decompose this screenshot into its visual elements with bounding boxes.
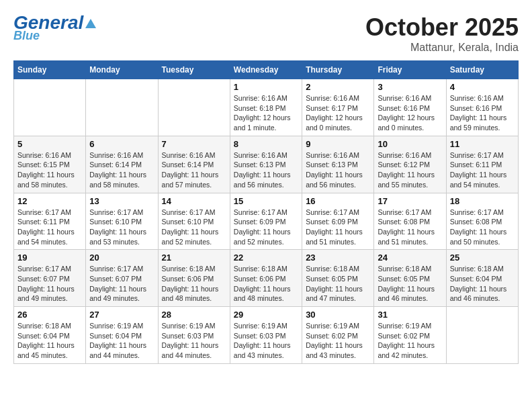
day-number: 16	[306, 196, 370, 206]
day-number: 19	[17, 253, 82, 263]
weekday-header-tuesday: Tuesday	[158, 61, 230, 79]
day-number: 29	[234, 310, 298, 320]
day-number: 21	[162, 253, 226, 263]
day-info: Sunrise: 6:16 AM Sunset: 6:18 PM Dayligh…	[234, 93, 298, 133]
weekday-header-monday: Monday	[86, 61, 158, 79]
day-info: Sunrise: 6:17 AM Sunset: 6:08 PM Dayligh…	[378, 208, 442, 247]
weekday-header-thursday: Thursday	[302, 61, 374, 79]
day-info: Sunrise: 6:19 AM Sunset: 6:02 PM Dayligh…	[378, 321, 442, 361]
day-info: Sunrise: 6:19 AM Sunset: 6:04 PM Dayligh…	[89, 321, 154, 361]
day-info: Sunrise: 6:18 AM Sunset: 6:05 PM Dayligh…	[378, 264, 442, 304]
day-info: Sunrise: 6:16 AM Sunset: 6:13 PM Dayligh…	[306, 150, 370, 190]
calendar-cell: 20Sunrise: 6:17 AM Sunset: 6:07 PM Dayli…	[86, 250, 158, 307]
calendar-cell: 26Sunrise: 6:18 AM Sunset: 6:04 PM Dayli…	[14, 307, 86, 364]
calendar-cell: 29Sunrise: 6:19 AM Sunset: 6:03 PM Dayli…	[230, 307, 302, 364]
day-info: Sunrise: 6:16 AM Sunset: 6:13 PM Dayligh…	[234, 150, 298, 190]
day-number: 11	[450, 139, 515, 149]
day-info: Sunrise: 6:17 AM Sunset: 6:09 PM Dayligh…	[306, 208, 370, 247]
day-number: 18	[450, 196, 515, 206]
page-header: General Blue October 2025 Mattanur, Kera…	[13, 13, 519, 54]
calendar-cell: 27Sunrise: 6:19 AM Sunset: 6:04 PM Dayli…	[86, 307, 158, 364]
calendar-cell	[86, 79, 158, 136]
day-number: 20	[89, 253, 154, 263]
day-number: 15	[234, 196, 298, 206]
day-number: 9	[306, 139, 370, 149]
calendar-cell: 25Sunrise: 6:18 AM Sunset: 6:04 PM Dayli…	[446, 250, 518, 307]
day-info: Sunrise: 6:19 AM Sunset: 6:03 PM Dayligh…	[234, 321, 298, 361]
calendar-header-row: SundayMondayTuesdayWednesdayThursdayFrid…	[14, 61, 519, 79]
day-info: Sunrise: 6:19 AM Sunset: 6:02 PM Dayligh…	[306, 321, 370, 361]
calendar-cell: 15Sunrise: 6:17 AM Sunset: 6:09 PM Dayli…	[230, 193, 302, 250]
calendar-cell: 16Sunrise: 6:17 AM Sunset: 6:09 PM Dayli…	[302, 193, 374, 250]
day-info: Sunrise: 6:19 AM Sunset: 6:03 PM Dayligh…	[162, 321, 226, 361]
day-number: 4	[450, 82, 515, 92]
weekday-header-friday: Friday	[374, 61, 446, 79]
calendar-cell: 22Sunrise: 6:18 AM Sunset: 6:06 PM Dayli…	[230, 250, 302, 307]
title-block: October 2025 Mattanur, Kerala, India	[365, 13, 519, 54]
day-info: Sunrise: 6:16 AM Sunset: 6:16 PM Dayligh…	[378, 93, 442, 133]
calendar-cell: 5Sunrise: 6:16 AM Sunset: 6:15 PM Daylig…	[14, 136, 86, 193]
calendar-cell: 31Sunrise: 6:19 AM Sunset: 6:02 PM Dayli…	[374, 307, 446, 364]
day-number: 5	[17, 139, 82, 149]
logo-icon: General Blue	[13, 13, 96, 42]
calendar-cell	[158, 79, 230, 136]
calendar-cell: 30Sunrise: 6:19 AM Sunset: 6:02 PM Dayli…	[302, 307, 374, 364]
calendar-cell: 24Sunrise: 6:18 AM Sunset: 6:05 PM Dayli…	[374, 250, 446, 307]
calendar-cell: 11Sunrise: 6:17 AM Sunset: 6:11 PM Dayli…	[446, 136, 518, 193]
day-number: 26	[17, 310, 82, 320]
calendar-cell: 23Sunrise: 6:18 AM Sunset: 6:05 PM Dayli…	[302, 250, 374, 307]
calendar-cell: 14Sunrise: 6:17 AM Sunset: 6:10 PM Dayli…	[158, 193, 230, 250]
calendar-cell: 1Sunrise: 6:16 AM Sunset: 6:18 PM Daylig…	[230, 79, 302, 136]
day-number: 30	[306, 310, 370, 320]
day-info: Sunrise: 6:18 AM Sunset: 6:04 PM Dayligh…	[17, 321, 82, 361]
logo: General Blue	[13, 13, 96, 42]
day-info: Sunrise: 6:16 AM Sunset: 6:15 PM Dayligh…	[17, 150, 82, 190]
calendar-cell: 19Sunrise: 6:17 AM Sunset: 6:07 PM Dayli…	[14, 250, 86, 307]
day-number: 12	[17, 196, 82, 206]
weekday-header-saturday: Saturday	[446, 61, 518, 79]
day-info: Sunrise: 6:16 AM Sunset: 6:16 PM Dayligh…	[450, 93, 515, 133]
calendar-cell: 6Sunrise: 6:16 AM Sunset: 6:14 PM Daylig…	[86, 136, 158, 193]
day-info: Sunrise: 6:18 AM Sunset: 6:06 PM Dayligh…	[234, 264, 298, 304]
calendar-cell: 3Sunrise: 6:16 AM Sunset: 6:16 PM Daylig…	[374, 79, 446, 136]
day-number: 22	[234, 253, 298, 263]
day-number: 24	[378, 253, 442, 263]
calendar-week-row: 26Sunrise: 6:18 AM Sunset: 6:04 PM Dayli…	[14, 307, 519, 364]
calendar-week-row: 12Sunrise: 6:17 AM Sunset: 6:11 PM Dayli…	[14, 193, 519, 250]
calendar-cell: 9Sunrise: 6:16 AM Sunset: 6:13 PM Daylig…	[302, 136, 374, 193]
day-info: Sunrise: 6:17 AM Sunset: 6:11 PM Dayligh…	[17, 208, 82, 247]
day-info: Sunrise: 6:18 AM Sunset: 6:04 PM Dayligh…	[450, 264, 515, 304]
calendar-cell	[14, 79, 86, 136]
day-info: Sunrise: 6:18 AM Sunset: 6:06 PM Dayligh…	[162, 264, 226, 304]
calendar-cell: 7Sunrise: 6:16 AM Sunset: 6:14 PM Daylig…	[158, 136, 230, 193]
day-info: Sunrise: 6:16 AM Sunset: 6:14 PM Dayligh…	[89, 150, 154, 190]
day-info: Sunrise: 6:16 AM Sunset: 6:17 PM Dayligh…	[306, 93, 370, 133]
calendar-cell: 13Sunrise: 6:17 AM Sunset: 6:10 PM Dayli…	[86, 193, 158, 250]
day-number: 8	[234, 139, 298, 149]
day-number: 17	[378, 196, 442, 206]
day-info: Sunrise: 6:17 AM Sunset: 6:10 PM Dayligh…	[162, 208, 226, 247]
calendar-cell: 10Sunrise: 6:16 AM Sunset: 6:12 PM Dayli…	[374, 136, 446, 193]
calendar-cell: 2Sunrise: 6:16 AM Sunset: 6:17 PM Daylig…	[302, 79, 374, 136]
day-info: Sunrise: 6:16 AM Sunset: 6:12 PM Dayligh…	[378, 150, 442, 190]
calendar-cell	[446, 307, 518, 364]
day-number: 14	[162, 196, 226, 206]
day-number: 2	[306, 82, 370, 92]
day-info: Sunrise: 6:17 AM Sunset: 6:09 PM Dayligh…	[234, 208, 298, 247]
day-info: Sunrise: 6:17 AM Sunset: 6:07 PM Dayligh…	[17, 264, 82, 304]
calendar-cell: 18Sunrise: 6:17 AM Sunset: 6:08 PM Dayli…	[446, 193, 518, 250]
calendar-cell: 12Sunrise: 6:17 AM Sunset: 6:11 PM Dayli…	[14, 193, 86, 250]
calendar-week-row: 5Sunrise: 6:16 AM Sunset: 6:15 PM Daylig…	[14, 136, 519, 193]
weekday-header-sunday: Sunday	[14, 61, 86, 79]
day-number: 10	[378, 139, 442, 149]
day-number: 7	[162, 139, 226, 149]
day-info: Sunrise: 6:17 AM Sunset: 6:07 PM Dayligh…	[89, 264, 154, 304]
day-number: 31	[378, 310, 442, 320]
day-info: Sunrise: 6:17 AM Sunset: 6:08 PM Dayligh…	[450, 208, 515, 247]
calendar-cell: 28Sunrise: 6:19 AM Sunset: 6:03 PM Dayli…	[158, 307, 230, 364]
day-number: 6	[89, 139, 154, 149]
day-number: 27	[89, 310, 154, 320]
day-number: 28	[162, 310, 226, 320]
day-info: Sunrise: 6:17 AM Sunset: 6:10 PM Dayligh…	[89, 208, 154, 247]
calendar-cell: 17Sunrise: 6:17 AM Sunset: 6:08 PM Dayli…	[374, 193, 446, 250]
